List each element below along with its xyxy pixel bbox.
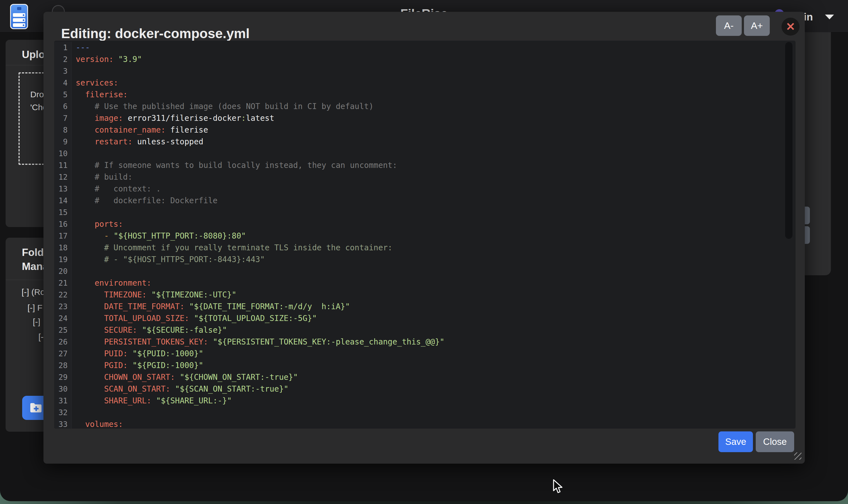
chevron-down-icon[interactable] <box>825 15 834 19</box>
gutter-line-number: 30 <box>54 383 68 395</box>
gutter-line-number: 16 <box>54 218 68 230</box>
code-line[interactable] <box>76 148 784 160</box>
code-line[interactable]: TOTAL_UPLOAD_SIZE: "${TOTAL_UPLOAD_SIZE:… <box>76 312 784 324</box>
save-button[interactable]: Save <box>719 431 753 452</box>
gutter-line-number: 5 <box>54 89 68 101</box>
gutter-line-number: 1 <box>54 42 68 54</box>
code-line[interactable]: DATE_TIME_FORMAT: "${DATE_TIME_FORMAT:-m… <box>76 301 784 312</box>
app-page: FileRise admin Upload Drop files here or… <box>0 0 848 501</box>
gutter-line-number: 27 <box>54 348 68 360</box>
mouse-cursor <box>552 479 564 494</box>
code-line[interactable]: restart: unless-stopped <box>76 136 784 148</box>
code-line[interactable]: # dockerfile: Dockerfile <box>76 195 784 206</box>
folder-plus-icon <box>30 402 42 413</box>
code-line[interactable]: # Uncomment if you really terminate TLS … <box>76 242 784 254</box>
gutter-line-number: 17 <box>54 230 68 242</box>
code-line[interactable]: # - "${HOST_HTTPS_PORT:-8443}:443" <box>76 254 784 266</box>
gutter-line-number: 22 <box>54 289 68 301</box>
modal-title: Editing: docker-compose.yml <box>61 26 250 41</box>
code-line[interactable]: - "${HOST_HTTP_PORT:-8080}:80" <box>76 230 784 242</box>
folder-tree-item[interactable]: [- <box>38 332 43 343</box>
code-line[interactable]: PUID: "${PUID:-1000}" <box>76 348 784 360</box>
code-line[interactable]: TIMEZONE: "${TIMEZONE:-UTC}" <box>76 289 784 301</box>
gutter-line-number: 31 <box>54 395 68 407</box>
code-line[interactable]: SECURE: "${SECURE:-false}" <box>76 324 784 336</box>
code-line[interactable]: version: "3.9" <box>76 54 784 65</box>
close-icon[interactable]: ✕ <box>781 18 799 36</box>
code-line[interactable] <box>76 65 784 77</box>
gutter-line-number: 10 <box>54 148 68 160</box>
font-increase-button[interactable]: A+ <box>744 15 770 36</box>
gutter-line-number: 12 <box>54 171 68 183</box>
code-line[interactable] <box>76 206 784 218</box>
code-line[interactable]: services: <box>76 77 784 89</box>
gutter-line-number: 2 <box>54 54 68 65</box>
code-line[interactable] <box>76 407 784 418</box>
folder-tree-item[interactable]: [-] <box>33 317 40 328</box>
code-line[interactable]: volumes: <box>76 418 784 429</box>
code-line[interactable]: SHARE_URL: "${SHARE_URL:-}" <box>76 395 784 407</box>
gutter-line-number: 11 <box>54 160 68 171</box>
gutter-line-number: 8 <box>54 124 68 136</box>
code-line[interactable]: image: error311/filerise-docker:latest <box>76 112 784 124</box>
gutter-line-number: 6 <box>54 101 68 112</box>
code-line[interactable]: PERSISTENT_TOKENS_KEY: "${PERSISTENT_TOK… <box>76 336 784 348</box>
resize-handle[interactable] <box>794 452 801 460</box>
gutter-line-number: 21 <box>54 277 68 289</box>
code-line[interactable]: # If someone wants to build locally inst… <box>76 160 784 171</box>
gutter-line-number: 26 <box>54 336 68 348</box>
close-button[interactable]: Close <box>756 431 794 452</box>
gutter-line-number: 18 <box>54 242 68 254</box>
filerise-logo-icon[interactable] <box>10 4 28 29</box>
gutter-line-number: 9 <box>54 136 68 148</box>
code-line[interactable] <box>76 266 784 277</box>
font-decrease-button[interactable]: A- <box>716 15 742 36</box>
code-line[interactable]: PGID: "${PGID:-1000}" <box>76 360 784 372</box>
gutter-line-number: 28 <box>54 360 68 372</box>
code-line[interactable]: --- <box>76 42 784 54</box>
gutter-line-number: 4 <box>54 77 68 89</box>
gutter-line-number: 20 <box>54 266 68 277</box>
code-line[interactable]: # build: <box>76 171 784 183</box>
gutter-line-number: 7 <box>54 112 68 124</box>
code-line[interactable]: filerise: <box>76 89 784 101</box>
code-line[interactable]: SCAN_ON_START: "${SCAN_ON_START:-true}" <box>76 383 784 395</box>
editor-gutter: 1234567891011121314151617181920212223242… <box>54 42 71 429</box>
gutter-line-number: 13 <box>54 183 68 195</box>
gutter-line-number: 24 <box>54 312 68 324</box>
gutter-line-number: 32 <box>54 407 68 418</box>
gutter-line-number: 19 <box>54 254 68 266</box>
gutter-line-number: 3 <box>54 65 68 77</box>
folder-tree-item[interactable]: [-] F <box>28 303 42 314</box>
code-line[interactable]: CHOWN_ON_START: "${CHOWN_ON_START:-true}… <box>76 372 784 383</box>
code-line[interactable]: ports: <box>76 218 784 230</box>
code-line[interactable]: # Use the published image (does NOT buil… <box>76 101 784 112</box>
code-line[interactable]: environment: <box>76 277 784 289</box>
edit-file-modal: Editing: docker-compose.yml A- A+ ✕ 1234… <box>43 12 805 464</box>
code-line[interactable]: container_name: filerise <box>76 124 784 136</box>
gutter-line-number: 15 <box>54 206 68 218</box>
editor-scrollbar-thumb[interactable] <box>785 42 793 239</box>
gutter-line-number: 25 <box>54 324 68 336</box>
gutter-line-number: 33 <box>54 418 68 429</box>
code-editor[interactable]: 1234567891011121314151617181920212223242… <box>54 41 796 429</box>
code-line[interactable]: # context: . <box>76 183 784 195</box>
gutter-line-number: 23 <box>54 301 68 312</box>
gutter-line-number: 29 <box>54 372 68 383</box>
gutter-line-number: 14 <box>54 195 68 206</box>
code-lines: ---version: "3.9"services: filerise: # U… <box>76 42 784 429</box>
